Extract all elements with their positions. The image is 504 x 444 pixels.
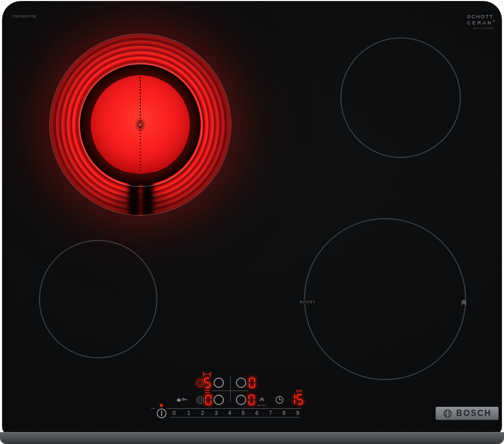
level-separator: · [222,410,223,415]
zone-select-front-right-key[interactable] [236,395,246,405]
schott-logo-line1: SCHOTT [467,14,495,19]
power-level-0[interactable]: 0 [173,410,176,416]
power-level-6[interactable]: 6 [255,410,258,416]
timer-clock-icon[interactable] [275,395,284,407]
power-level-7[interactable]: 7 [269,410,272,416]
display-rear-left-level [204,378,210,388]
level-separator: · [195,410,196,415]
bosch-logo-text: BOSCH [456,409,492,418]
zone-layout-cross-horizontal [212,391,248,392]
display-timer-minutes [289,394,303,405]
child-lock-icon[interactable] [176,395,187,405]
display-rear-right-level [249,378,255,388]
level-separator: · [276,410,278,415]
display-front-right-level [248,395,255,405]
dual-zone-indicator-front-left[interactable] [196,396,204,404]
power-level-8[interactable]: 8 [283,410,286,416]
front-trim-strip [0,432,504,444]
power-level-slider[interactable]: 01·2·3·4·5·6·7·8·9 [173,409,299,416]
bosch-hob-product-image: PKF631FP3E SCHOTT CERAN® MADE IN GERMANY… [0,0,504,444]
slider-track-bottom [170,417,300,418]
status-led [160,404,163,407]
schott-ceran-logo: SCHOTT CERAN® MADE IN GERMANY [467,14,495,30]
seven-segment-digit [204,378,210,388]
seven-segment-digit [205,395,211,405]
power-level-9[interactable]: 9 [296,410,299,416]
inner-element-hub-dot [139,124,141,126]
zone-layout-cross-vertical [230,376,231,401]
power-level-1[interactable]: 1 [188,410,191,416]
boost-key[interactable]: BOOST [256,394,268,407]
burner-rear-right [340,37,461,158]
seven-segment-digit [249,378,255,388]
zone-select-rear-right-key[interactable] [236,378,246,388]
seven-segment-digit [289,394,295,405]
display-front-left-level [205,395,211,405]
schott-logo-subtext: MADE IN GERMANY [467,28,495,30]
power-level-4[interactable]: 4 [228,410,231,416]
level-separator: · [263,410,264,415]
seven-segment-digit [248,395,255,405]
model-number: PKF631FP3E [13,15,37,18]
burner-front-right [304,218,466,380]
bosch-armature-icon [443,409,453,419]
level-separator: · [236,410,237,415]
boost-key-label: BOOST [256,404,268,407]
schott-logo-line2: CERAN® [467,20,495,25]
boost-zone-label: BOOST [298,300,317,304]
slider-track-stub [151,408,155,409]
zone-select-rear-left-key[interactable] [214,378,224,388]
burner-rear-left-active [49,34,231,216]
registered-mark: ® [493,20,495,23]
boost-chevron-icon [460,298,467,307]
ceran-text: CERAN [467,20,493,25]
bosch-badge: BOSCH [435,407,499,420]
burner-front-left [39,240,157,358]
dual-zone-indicator-rear-left[interactable] [196,379,204,387]
seven-segment-digit [297,394,303,405]
level-separator: · [249,410,251,415]
level-separator: · [290,410,291,415]
power-level-5[interactable]: 5 [242,410,245,416]
boost-arrow-icon [259,397,264,401]
power-level-2[interactable]: 2 [201,410,204,416]
zone-select-front-left-key[interactable] [214,395,224,405]
radiant-coil-inner [91,76,189,173]
timer-unit-label: min [291,389,302,393]
power-level-3[interactable]: 3 [215,410,218,416]
power-icon[interactable] [156,408,167,421]
level-separator: · [208,410,210,415]
